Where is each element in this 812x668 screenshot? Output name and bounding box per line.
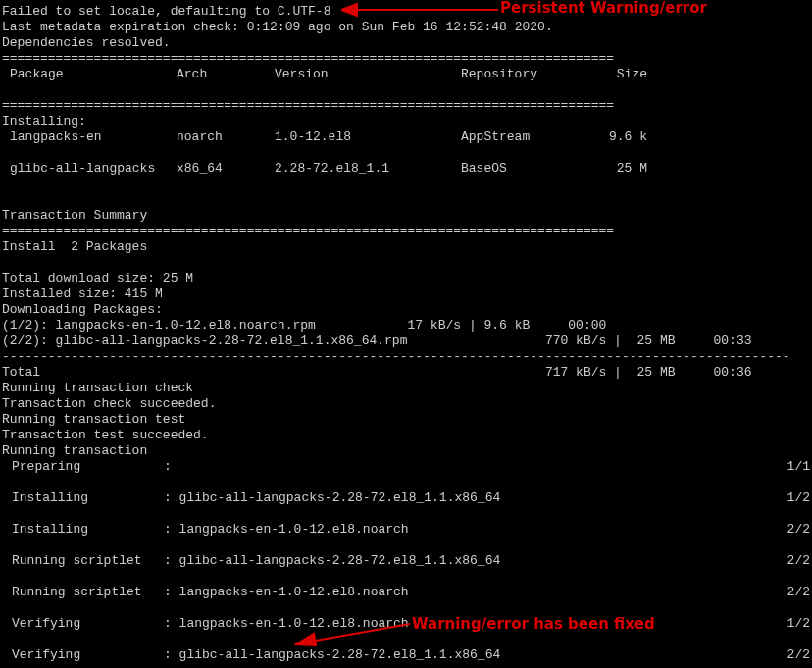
- line: Transaction test succeeded.: [2, 428, 209, 442]
- line: Dependencies resolved.: [2, 35, 171, 50]
- annotation-warning-fixed: Warning/error has been fixed: [412, 616, 655, 632]
- table-row: glibc-all-langpacksx86_642.28-72.el8_1.1…: [2, 161, 810, 177]
- section-label: Installing:: [2, 114, 86, 128]
- line: (2/2): glibc-all-langpacks-2.28-72.el8_1…: [2, 334, 752, 348]
- line: Running transaction: [2, 443, 147, 458]
- line: Transaction check succeeded.: [2, 396, 216, 411]
- line: Total 717 kB/s | 25 MB 00:36: [2, 365, 752, 380]
- progress-row: Running scriptlet: langpacks-en-1.0-12.e…: [2, 585, 810, 600]
- line: Last metadata expiration check: 0:12:09 …: [2, 20, 553, 34]
- line: Installed size: 415 M: [2, 286, 163, 301]
- line: Install 2 Packages: [2, 239, 147, 254]
- progress-row: Preparing:1/1: [2, 459, 810, 475]
- progress-row: Running scriptlet: glibc-all-langpacks-2…: [2, 553, 810, 569]
- separator: ----------------------------------------…: [2, 349, 790, 364]
- arrow-icon: [341, 2, 498, 20]
- line: Failed to set locale, defaulting to C.UT…: [2, 4, 330, 19]
- line: Downloading Packages:: [2, 302, 163, 317]
- arrow-icon: [294, 620, 412, 649]
- separator: ========================================…: [2, 98, 614, 113]
- table-header: PackageArchVersionRepositorySize: [2, 67, 810, 82]
- section-label: Transaction Summary: [2, 208, 147, 223]
- line: Running transaction check: [2, 381, 193, 395]
- svg-marker-1: [341, 4, 357, 16]
- terminal-output[interactable]: Failed to set locale, defaulting to C.UT…: [2, 4, 810, 668]
- line: Running transaction test: [2, 412, 185, 427]
- svg-line-2: [310, 624, 410, 642]
- annotation-persistent-warning: Persistent Warning/error: [500, 0, 707, 16]
- progress-row: Verifying: glibc-all-langpacks-2.28-72.e…: [2, 647, 810, 663]
- progress-row: Installing: glibc-all-langpacks-2.28-72.…: [2, 490, 810, 506]
- separator: ========================================…: [2, 224, 614, 238]
- svg-marker-3: [296, 634, 316, 645]
- table-row: langpacks-ennoarch1.0-12.el8AppStream9.6…: [2, 129, 810, 145]
- line: (1/2): langpacks-en-1.0-12.el8.noarch.rp…: [2, 318, 606, 333]
- line: Total download size: 25 M: [2, 271, 193, 285]
- progress-row: Installing: langpacks-en-1.0-12.el8.noar…: [2, 522, 810, 538]
- separator: ========================================…: [2, 51, 614, 66]
